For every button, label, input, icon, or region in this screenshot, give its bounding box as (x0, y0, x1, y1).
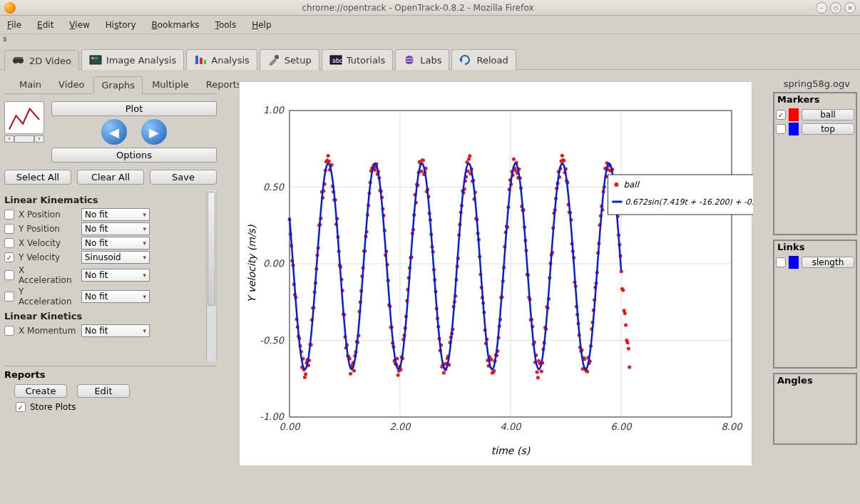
store-plots-checkbox[interactable] (16, 402, 26, 412)
marker-checkbox[interactable] (776, 257, 786, 267)
svg-point-158 (396, 374, 400, 377)
svg-text:-1.00: -1.00 (260, 411, 285, 422)
kin-checkbox[interactable] (4, 292, 14, 302)
create-report-button[interactable]: Create (14, 384, 67, 398)
kin-label: X Position (19, 210, 77, 220)
tab-label: Reload (476, 55, 508, 66)
svg-text:time (s): time (s) (491, 445, 531, 456)
kin-checkbox[interactable] (4, 210, 14, 220)
kin-checkbox[interactable] (4, 238, 14, 248)
color-swatch (789, 108, 799, 121)
angles-heading: Angles (774, 374, 856, 386)
fit-select[interactable]: No fit▾ (81, 324, 150, 337)
fit-select[interactable]: Sinusoid▾ (81, 251, 150, 264)
markers-heading: Markers (774, 93, 856, 106)
tab-label: Analysis (211, 55, 250, 66)
tab-analysis[interactable]: Analysis (186, 49, 257, 70)
menu-bookmarks[interactable]: Bookmarks (152, 20, 200, 30)
menu-bar: File Edit View History Bookmarks Tools H… (0, 16, 860, 34)
prev-button[interactable]: ◀ (101, 119, 127, 145)
menu-help[interactable]: Help (252, 20, 271, 30)
svg-rect-2 (14, 57, 23, 59)
kin-checkbox[interactable] (4, 270, 14, 280)
fit-select[interactable]: No fit▾ (81, 237, 150, 250)
svg-point-412 (624, 323, 628, 326)
select-all-button[interactable]: Select All (4, 170, 71, 185)
marker-checkbox[interactable] (776, 124, 786, 134)
tab-labs[interactable]: Labs (395, 49, 449, 70)
tab-label: Labs (420, 55, 441, 66)
kin-checkbox[interactable] (4, 252, 14, 262)
close-button[interactable]: × (844, 2, 856, 14)
next-button[interactable]: ▶ (141, 119, 167, 145)
color-swatch (789, 123, 799, 135)
fit-select[interactable]: No fit▾ (81, 269, 150, 282)
links-heading: Links (774, 241, 856, 253)
subtab-main[interactable]: Main (11, 76, 49, 93)
clear-all-button[interactable]: Clear All (77, 170, 144, 185)
svg-point-186 (421, 158, 425, 162)
kin-label: X Momentum (19, 326, 77, 336)
svg-rect-7 (200, 58, 203, 64)
marker-button[interactable]: slength (802, 257, 854, 268)
tab-reload[interactable]: Reload (451, 49, 516, 70)
maximize-button[interactable]: ◇ (830, 2, 841, 14)
menu-edit[interactable]: Edit (37, 20, 53, 30)
tab-image-analysis[interactable]: Image Analysis (81, 49, 184, 70)
kin-checkbox[interactable] (4, 326, 14, 336)
subtab-graphs[interactable]: Graphs (93, 76, 143, 94)
window-title: chrome://opentrack - OpenTrack-0.8.2 - M… (23, 3, 813, 13)
subtab-video[interactable]: Video (51, 76, 92, 93)
menu-tools[interactable]: Tools (215, 20, 237, 30)
svg-text:-0.50: -0.50 (260, 335, 285, 346)
fit-select[interactable]: No fit▾ (81, 290, 150, 303)
save-button[interactable]: Save (150, 170, 217, 185)
svg-rect-4 (91, 57, 94, 59)
svg-point-414 (626, 341, 630, 344)
color-swatch (789, 256, 799, 269)
fit-select[interactable]: No fit▾ (81, 222, 150, 235)
tab-setup[interactable]: Setup (260, 49, 319, 70)
marker-button[interactable]: ball (802, 109, 854, 120)
kin-label: Y Velocity (19, 252, 77, 262)
menu-file[interactable]: File (7, 20, 21, 30)
menu-history[interactable]: History (106, 20, 136, 30)
svg-text:ball: ball (623, 180, 640, 190)
svg-text:abc: abc (332, 58, 342, 64)
edit-report-button[interactable]: Edit (77, 384, 130, 398)
chart-type-scroll[interactable]: ‹› (4, 135, 44, 143)
marker-checkbox[interactable] (776, 110, 786, 120)
svg-point-369 (585, 370, 589, 374)
svg-text:6.00: 6.00 (611, 421, 633, 432)
analysis-icon (194, 54, 207, 66)
kin-label: X Acceleration (19, 265, 77, 285)
svg-text:0.00: 0.00 (280, 421, 302, 432)
kin-checkbox[interactable] (4, 224, 14, 234)
svg-point-209 (442, 371, 446, 374)
image-icon (89, 54, 102, 66)
menu-view[interactable]: View (69, 20, 89, 30)
tab-label: Image Analysis (106, 55, 176, 66)
options-button[interactable]: Options (51, 148, 217, 163)
svg-rect-3 (90, 56, 101, 64)
main-toolbar: 2D Video Image Analysis Analysis Setup a… (0, 43, 860, 70)
angles-panel: Angles (773, 373, 857, 445)
svg-text:0.672sin(7.419t + -16.200) + -: 0.672sin(7.419t + -16.200) + -0.017 (625, 197, 753, 207)
svg-point-318 (540, 369, 543, 373)
minimize-button[interactable]: – (816, 2, 827, 14)
svg-point-409 (621, 289, 625, 292)
fit-select[interactable]: No fit▾ (81, 208, 150, 221)
kinematics-scrollbar[interactable] (206, 190, 216, 361)
svg-point-55 (304, 372, 307, 376)
store-plots-label: Store Plots (30, 402, 76, 412)
svg-point-314 (536, 376, 540, 379)
subtab-multiple[interactable]: Multiple (144, 76, 197, 93)
tab-tutorials[interactable]: abc Tutorials (322, 49, 394, 70)
tab-2d-video[interactable]: 2D Video (4, 50, 79, 71)
marker-button[interactable]: top (802, 123, 854, 135)
svg-rect-6 (195, 56, 198, 64)
svg-point-341 (560, 154, 564, 158)
svg-text:2.00: 2.00 (390, 421, 412, 432)
chart-type-icon[interactable] (4, 101, 44, 134)
plot-button[interactable]: Plot (51, 101, 217, 116)
